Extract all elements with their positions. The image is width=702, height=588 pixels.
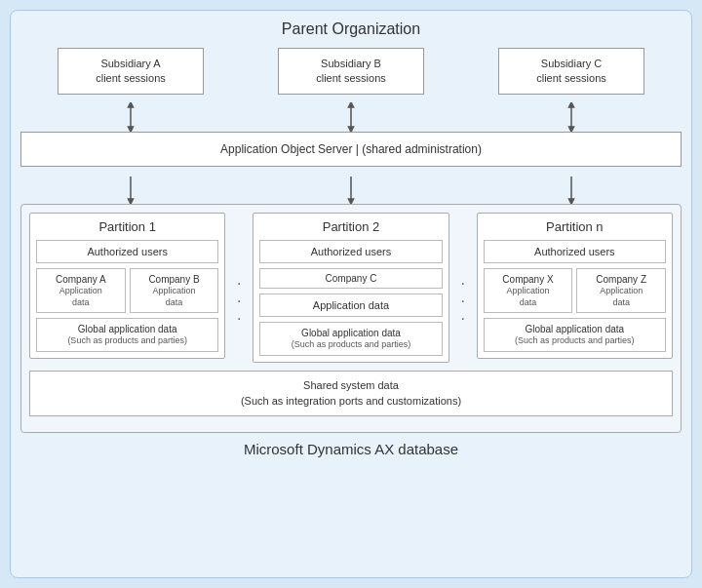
dots-separator-2: . . . [455,213,471,324]
subsidiary-c-label: Subsidiary Cclient sessions [536,57,606,87]
company-x-name: Company X [487,273,570,286]
partition-1-title: Partition 1 [36,219,218,234]
partition-1-auth-users: Authorized users [36,240,218,263]
shared-data-line1: Shared system data [30,377,672,394]
partition-1-global-sub: (Such as products and parties) [39,335,215,347]
partition-n-auth-label: Authorized users [534,246,615,257]
partition-2-global-sub: (Such as products and parties) [262,339,439,351]
db-title: Microsoft Dynamics AX database [20,441,682,457]
subsidiary-b-label: Subsidiary Bclient sessions [316,57,386,87]
arrows-to-aos [20,102,682,132]
company-z-name: Company Z [579,273,663,286]
company-z-box: Company Z Applicationdata [576,268,666,313]
company-x-box: Company X Applicationdata [484,268,573,313]
partition-n-box: Partition n Authorized users Company X A… [477,213,673,359]
arrow-down-up-1 [121,102,140,132]
arrow-part-col-1 [21,175,240,204]
partition-1-box: Partition 1 Authorized users Company A A… [29,213,225,359]
dots-separator: . . . [231,213,247,324]
company-b-data: Applicationdata [133,286,216,308]
partition-2-auth-label: Authorized users [311,246,392,257]
partition-1-companies: Company A Applicationdata Company B Appl… [36,268,218,313]
aos-bar: Application Object Server | (shared admi… [20,132,682,167]
arrows-to-partitions [20,175,682,204]
partition-n-global-label: Global application data [487,323,663,335]
company-z-data: Applicationdata [579,286,663,308]
partition-2-app-data-label: Application data [313,299,389,311]
partition-2-title: Partition 2 [259,219,442,234]
partition-2-auth-users: Authorized users [259,240,442,263]
arrow-col-3 [462,102,681,132]
partition-1-global-label: Global application data [39,323,215,335]
aos-label: Application Object Server | (shared admi… [220,142,482,156]
arrow-down-up-2 [341,102,361,132]
partition-2-box: Partition 2 Authorized users Company C A… [253,213,448,363]
partition-1-global: Global application data (Such as product… [36,318,218,352]
dot-4: . [460,271,464,289]
company-c-box: Company C [259,268,442,289]
company-a-data: Applicationdata [39,286,123,308]
arrow-down-pn [562,175,581,204]
arrow-down-p2 [341,175,361,204]
shared-data-box: Shared system data (Such as integration … [29,371,673,416]
subsidiary-b-box: Subsidiary Bclient sessions [278,48,424,95]
company-b-name: Company B [133,273,216,286]
dot-5: . [460,289,464,306]
outer-container: Parent Organization Subsidiary Aclient s… [10,10,692,578]
subsidiary-a-label: Subsidiary Aclient sessions [96,57,166,87]
arrow-col-1 [21,102,240,132]
partition-n-auth-users: Authorized users [484,240,666,263]
partition-n-title: Partition n [484,219,666,234]
subsidiary-a-box: Subsidiary Aclient sessions [58,48,204,95]
partition-2-app-data: Application data [259,294,442,317]
dot-6: . [460,306,464,324]
company-c-name: Company C [262,273,439,284]
partition-2-global-label: Global application data [262,327,439,339]
arrow-col-2 [242,102,460,132]
partition-n-companies: Company X Applicationdata Company Z Appl… [484,268,666,313]
arrow-down-up-3 [562,102,581,132]
dot-3: . [237,306,241,324]
subsidiary-row: Subsidiary Aclient sessions Subsidiary B… [20,48,682,95]
company-a-name: Company A [39,273,123,286]
partition-1-auth-label: Authorized users [87,246,168,257]
partition-n-global: Global application data (Such as product… [484,318,666,352]
company-x-data: Applicationdata [487,286,570,308]
arrow-down-p1 [121,175,140,204]
partition-2-global: Global application data (Such as product… [259,322,442,356]
dot-1: . [237,271,241,289]
arrow-part-col-2 [242,175,460,204]
company-b-box: Company B Applicationdata [130,268,219,313]
partition-n-global-sub: (Such as products and parties) [487,335,663,347]
company-a-box: Company A Applicationdata [36,268,126,313]
dot-2: . [237,289,241,306]
subsidiary-c-box: Subsidiary Cclient sessions [498,48,644,95]
inner-container: Partition 1 Authorized users Company A A… [20,204,682,433]
shared-data-line2: (Such as integration ports and customiza… [30,393,672,410]
arrow-part-col-3 [462,175,681,204]
parent-org-title: Parent Organization [20,20,682,38]
